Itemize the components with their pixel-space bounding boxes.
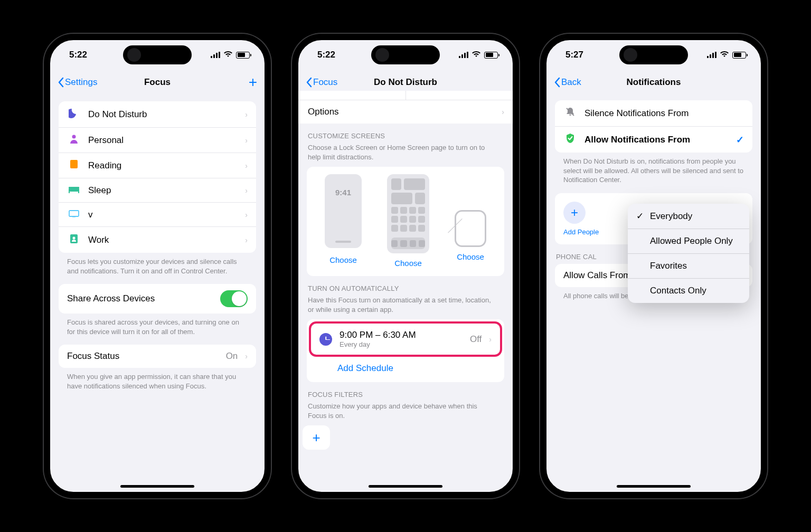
focus-row-reading[interactable]: Reading › <box>59 153 256 178</box>
row-value: On <box>226 351 238 362</box>
add-schedule-button[interactable]: Add Schedule <box>309 357 502 380</box>
back-button[interactable]: Focus <box>306 77 337 88</box>
wifi-icon <box>223 50 233 60</box>
status-note: When you give an app permission, it can … <box>59 368 256 399</box>
moon-icon <box>67 108 81 121</box>
chevron-right-icon: › <box>245 352 248 360</box>
status-time: 5:22 <box>69 50 87 60</box>
options-row[interactable]: Options › <box>298 100 513 124</box>
svg-rect-3 <box>69 187 79 189</box>
focus-row-personal[interactable]: Personal › <box>59 128 256 153</box>
home-indicator[interactable] <box>617 485 691 488</box>
focus-row-v[interactable]: v › <box>59 203 256 227</box>
popup-item-label: Contacts Only <box>650 286 706 296</box>
home-screen-preview <box>387 174 429 253</box>
popup-item-allowed-only[interactable]: Allowed People Only <box>628 229 749 254</box>
row-label: Sleep <box>88 185 238 196</box>
battery-icon <box>732 52 746 59</box>
bed-icon <box>67 185 81 196</box>
row-label: v <box>88 210 238 220</box>
bell-slash-icon <box>563 107 577 120</box>
row-label: Allow Notifications From <box>584 135 729 145</box>
highlighted-schedule: 9:00 PM – 6:30 AM Every day Off › <box>309 321 502 357</box>
row-label: Silence Notifications From <box>584 108 744 119</box>
dynamic-island <box>123 45 192 64</box>
home-indicator[interactable] <box>369 485 442 488</box>
home-indicator[interactable] <box>120 485 194 488</box>
popup-item-label: Allowed People Only <box>650 236 733 246</box>
row-label: Personal <box>88 135 238 146</box>
nav-bar: Settings Focus + <box>50 70 265 95</box>
svg-rect-5 <box>78 192 79 193</box>
wifi-icon <box>720 50 729 60</box>
choose-label: Choose <box>387 259 429 268</box>
chevron-right-icon: › <box>502 108 504 116</box>
choose-label: Choose <box>455 252 486 261</box>
plus-icon: + <box>308 430 324 445</box>
add-filter-button[interactable]: + <box>303 425 330 450</box>
status-time: 5:27 <box>565 50 583 60</box>
dynamic-island <box>371 45 440 64</box>
choose-lock-screen[interactable]: 9:41 Choose <box>325 174 362 268</box>
share-across-devices-row: Share Across Devices <box>59 284 256 314</box>
chevron-right-icon: › <box>489 335 492 344</box>
focus-row-dnd[interactable]: Do Not Disturb › <box>59 101 256 128</box>
watch-preview <box>455 210 486 247</box>
plus-circle-icon: + <box>563 202 586 224</box>
row-label: Focus Status <box>67 351 219 362</box>
clock-icon <box>319 333 332 346</box>
schedule-sub: Every day <box>340 340 463 348</box>
svg-rect-1 <box>70 160 78 168</box>
focus-row-work[interactable]: Work › <box>59 227 256 253</box>
popup-item-label: Favorites <box>650 261 687 271</box>
focus-status-row[interactable]: Focus Status On › <box>59 345 256 368</box>
status-time: 5:22 <box>317 50 335 60</box>
choose-home-screen[interactable]: Choose <box>387 174 429 268</box>
popup-item-contacts-only[interactable]: Contacts Only <box>628 279 749 303</box>
allow-from-row[interactable]: Allow Notifications From ✓ <box>555 127 752 153</box>
chevron-right-icon: › <box>245 162 248 170</box>
svg-point-0 <box>72 135 76 139</box>
lock-screen-preview: 9:41 <box>325 174 362 248</box>
popup-item-label: Everybody <box>650 211 692 222</box>
svg-rect-6 <box>69 211 79 216</box>
schedule-state: Off <box>470 334 482 345</box>
focus-row-sleep[interactable]: Sleep › <box>59 178 256 203</box>
dynamic-island <box>619 45 688 64</box>
svg-point-9 <box>73 237 76 240</box>
badge-icon <box>67 233 81 246</box>
wifi-icon <box>471 50 481 60</box>
schedule-row[interactable]: 9:00 PM – 6:30 AM Every day Off › <box>311 324 500 355</box>
chevron-left-icon <box>58 77 64 88</box>
choose-watch-face[interactable]: Choose <box>455 174 486 268</box>
cellular-icon <box>459 52 468 58</box>
customize-header: CUSTOMIZE SCREENS <box>307 124 504 143</box>
lock-time: 9:41 <box>325 188 362 197</box>
battery-icon <box>484 52 498 59</box>
cellular-icon <box>211 52 220 58</box>
checkmark-icon: ✓ <box>736 134 744 146</box>
share-note: Focus is shared across your devices, and… <box>59 314 256 345</box>
svg-rect-2 <box>69 189 79 192</box>
chevron-right-icon: › <box>245 110 248 119</box>
customize-sub: Choose a Lock Screen or Home Screen page… <box>307 143 504 167</box>
popup-item-favorites[interactable]: Favorites <box>628 254 749 279</box>
book-icon <box>67 159 81 172</box>
popup-item-everybody[interactable]: ✓ Everybody <box>628 204 749 229</box>
back-button[interactable]: Back <box>554 77 581 88</box>
focus-note: Focus lets you customize your devices an… <box>59 253 256 284</box>
share-toggle[interactable] <box>220 290 248 307</box>
back-label: Back <box>561 77 581 88</box>
filters-sub: Customize how your apps and device behav… <box>307 402 504 425</box>
row-label: Work <box>88 235 238 245</box>
phone-notifications: 5:27 Back Notifications Silence Notifica… <box>540 34 767 498</box>
add-focus-button[interactable]: + <box>249 74 257 91</box>
silence-from-row[interactable]: Silence Notifications From <box>555 100 752 127</box>
chevron-right-icon: › <box>245 236 248 244</box>
checkmark-icon: ✓ <box>636 211 645 222</box>
chevron-left-icon <box>554 77 560 88</box>
back-button[interactable]: Settings <box>58 77 97 88</box>
filters-header: FOCUS FILTERS <box>307 382 504 402</box>
phone-focus-list: 5:22 Settings Focus + Do Not Disturb › <box>44 34 271 498</box>
choose-label: Choose <box>325 255 362 264</box>
